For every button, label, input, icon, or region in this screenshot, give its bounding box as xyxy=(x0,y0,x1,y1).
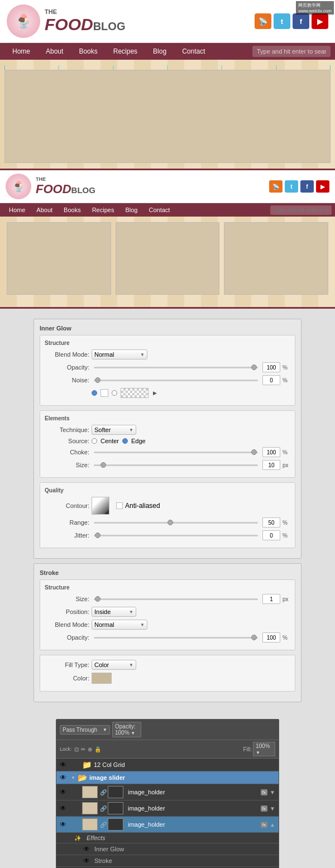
stroke-opacity-label: Opacity: xyxy=(45,634,89,641)
nav-search2[interactable] xyxy=(270,205,332,215)
eye-icon-12col[interactable]: 👁 xyxy=(60,761,69,769)
size-thumb[interactable] xyxy=(100,462,106,468)
position-dropdown[interactable]: Inside ▼ xyxy=(92,607,136,617)
size-unit: px xyxy=(283,462,290,468)
eye-icon-ih2[interactable]: 👁 xyxy=(60,804,69,812)
color-swatch[interactable] xyxy=(121,388,149,398)
choke-row: Choke: 100 % xyxy=(45,447,290,457)
opacity-thumb[interactable] xyxy=(251,365,257,370)
jitter-thumb[interactable] xyxy=(95,533,100,538)
facebook-icon1[interactable]: f xyxy=(293,13,309,29)
nav-home1[interactable]: Home xyxy=(4,43,38,60)
logo-food1: FOOD xyxy=(45,15,93,33)
eye-icon-ih1[interactable]: 👁 xyxy=(60,788,69,796)
logo-the2: THE xyxy=(36,176,95,182)
blend-mode-dropdown[interactable]: Normal ▼ xyxy=(92,349,147,359)
noise-value[interactable]: 0 xyxy=(262,375,280,385)
layer-image-slider[interactable]: 👁 ▼ 📂 image slider xyxy=(56,771,279,784)
nav-blog1[interactable]: Blog xyxy=(145,43,174,60)
jitter-unit: % xyxy=(283,533,290,539)
layer-image-holder-3[interactable]: 👁 🔗 image_holder fx ▲ xyxy=(56,817,279,833)
fill-type-row: Fill Type: Color ▼ xyxy=(45,660,290,670)
size-slider[interactable] xyxy=(94,464,258,466)
layer-image-holder-2[interactable]: 👁 🔗 image_holder fx ▼ xyxy=(56,800,279,817)
rss-icon1[interactable]: 📡 xyxy=(255,13,271,29)
nav-recipes1[interactable]: Recipes xyxy=(106,43,145,60)
layer-stroke[interactable]: 👁 Stroke xyxy=(56,855,279,867)
facebook-icon2[interactable]: f xyxy=(300,180,314,193)
stroke-opacity-value[interactable]: 100 xyxy=(262,632,280,642)
stroke-opacity-unit: % xyxy=(283,635,290,641)
eye-icon-imgslider[interactable]: 👁 xyxy=(60,774,69,781)
choke-thumb[interactable] xyxy=(251,449,257,455)
nav-blog2[interactable]: Blog xyxy=(119,203,143,217)
fill-value[interactable]: 100% ▼ xyxy=(253,742,275,756)
twitter-icon1[interactable]: t xyxy=(274,13,290,29)
radio-filled[interactable] xyxy=(92,390,97,396)
noise-slider[interactable] xyxy=(94,380,258,381)
social-icons2: 📡 t f ▶ xyxy=(269,180,329,193)
lock-label: Lock: xyxy=(60,746,72,752)
eye-icon-stroke[interactable]: 👁 xyxy=(83,857,92,865)
layer-12-col-grid[interactable]: 👁 📁 12 Col Grid xyxy=(56,759,279,771)
color-label-row: Color: xyxy=(45,673,290,684)
eye-icon-ig[interactable]: 👁 xyxy=(83,845,92,853)
lock-icon-checkerboard[interactable]: ⊡ xyxy=(74,746,79,752)
jitter-slider[interactable] xyxy=(94,535,258,536)
contour-preview[interactable] xyxy=(92,497,109,515)
layer-inner-glow[interactable]: 👁 Inner Glow xyxy=(56,843,279,855)
lock-icon-all[interactable]: 🔒 xyxy=(94,746,101,752)
jitter-value[interactable]: 0 xyxy=(262,530,280,540)
youtube-icon1[interactable]: ▶ xyxy=(312,13,328,29)
nav-books2[interactable]: Books xyxy=(58,203,87,217)
white-swatch[interactable] xyxy=(100,389,108,397)
triangle-imgslider[interactable]: ▼ xyxy=(71,775,75,780)
stroke-opacity-thumb[interactable] xyxy=(251,635,257,640)
nav-about1[interactable]: About xyxy=(38,43,71,60)
opacity-row: Opacity: 100 % xyxy=(45,362,290,372)
nav-home2[interactable]: Home xyxy=(3,203,31,217)
nav-search1[interactable] xyxy=(252,46,331,57)
radio-empty[interactable] xyxy=(112,390,117,396)
fill-type-dropdown[interactable]: Color ▼ xyxy=(92,660,136,670)
nav-contact1[interactable]: Contact xyxy=(174,43,213,60)
range-thumb[interactable] xyxy=(168,520,173,525)
choke-value[interactable]: 100 xyxy=(262,447,280,457)
choke-slider[interactable] xyxy=(94,452,258,453)
range-slider[interactable] xyxy=(94,522,258,524)
layer-image-holder-1[interactable]: 👁 🔗 image_holder fx ▼ xyxy=(56,784,279,800)
source-edge-radio[interactable] xyxy=(122,438,128,444)
nav-books1[interactable]: Books xyxy=(71,43,105,60)
stroke-size-thumb[interactable] xyxy=(95,596,100,602)
nav-about2[interactable]: About xyxy=(31,203,58,217)
range-value[interactable]: 50 xyxy=(262,517,280,527)
technique-dropdown[interactable]: Softer ▼ xyxy=(92,425,136,435)
anti-alias-checkbox[interactable] xyxy=(116,502,123,509)
stroke-opacity-slider[interactable] xyxy=(94,637,258,639)
twitter-icon2[interactable]: t xyxy=(285,180,298,193)
contour-label: Contour: xyxy=(45,502,89,509)
eye-icon-ih3[interactable]: 👁 xyxy=(60,821,69,828)
grid-overlay-area xyxy=(4,65,331,163)
layers-opacity[interactable]: Opacity: 100% ▼ xyxy=(112,722,141,737)
rss-icon2[interactable]: 📡 xyxy=(269,180,283,193)
nav-contact2[interactable]: Contact xyxy=(143,203,175,217)
stroke-structure-section: Structure Size: 1 px Position: Inside ▼ xyxy=(40,579,295,650)
youtube-icon2[interactable]: ▶ xyxy=(316,180,329,193)
stroke-blend-dropdown[interactable]: Normal ▼ xyxy=(92,620,147,630)
technique-row: Technique: Softer ▼ xyxy=(45,425,290,435)
stroke-size-value[interactable]: 1 xyxy=(262,594,280,604)
range-label: Range: xyxy=(45,519,89,526)
stroke-color-swatch[interactable] xyxy=(92,673,112,684)
lock-icon-brush[interactable]: ✏ xyxy=(81,746,85,752)
stroke-size-slider[interactable] xyxy=(94,598,258,600)
nav-recipes2[interactable]: Recipes xyxy=(87,203,120,217)
header1: 🍨 THE FOODBLOG 📡 t f ▶ xyxy=(0,0,335,43)
source-center-radio[interactable] xyxy=(92,438,97,444)
lock-icon-move[interactable]: ⊕ xyxy=(88,746,92,752)
opacity-slider[interactable] xyxy=(94,367,258,368)
noise-thumb[interactable] xyxy=(95,377,100,383)
blend-mode-layers-dropdown[interactable]: Pass Through ▼ xyxy=(60,725,110,735)
size-value[interactable]: 10 xyxy=(262,460,280,470)
opacity-value[interactable]: 100 xyxy=(262,362,280,372)
